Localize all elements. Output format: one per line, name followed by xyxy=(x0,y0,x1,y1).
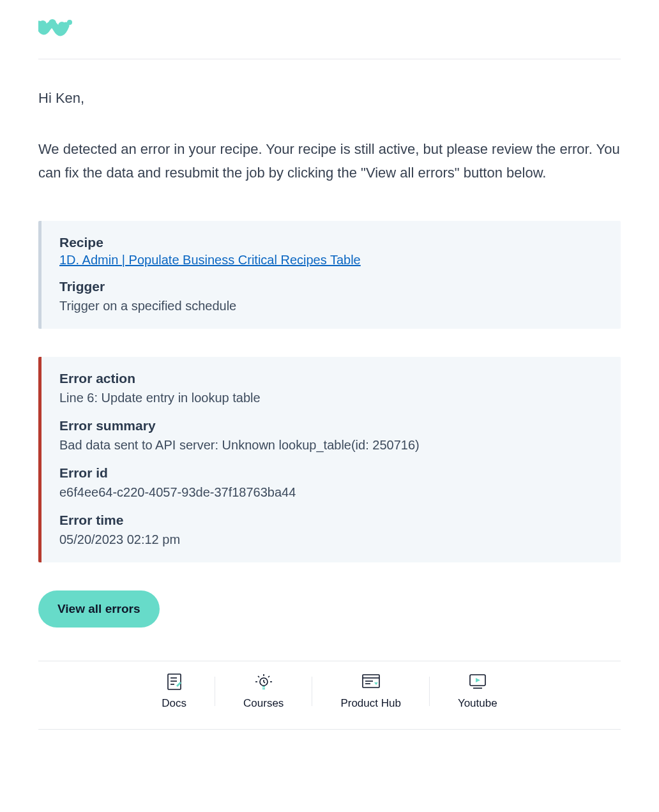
recipe-label: Recipe xyxy=(59,235,603,250)
greeting-text: Hi Ken, xyxy=(38,90,621,107)
error-time-label: Error time xyxy=(59,513,603,528)
error-summary-label: Error summary xyxy=(59,418,603,433)
intro-text: We detected an error in your recipe. You… xyxy=(38,137,621,185)
recipe-info-card: Recipe 1D. Admin | Populate Business Cri… xyxy=(38,221,621,329)
error-action-label: Error action xyxy=(59,371,603,386)
footer-product-hub-label: Product Hub xyxy=(340,697,401,710)
footer-courses-label: Courses xyxy=(243,697,284,710)
footer-divider-top xyxy=(38,661,621,661)
error-id-label: Error id xyxy=(59,465,603,481)
courses-icon xyxy=(254,673,274,691)
error-time-value: 05/20/2023 02:12 pm xyxy=(59,530,603,548)
footer-product-hub-link[interactable]: Product Hub xyxy=(312,673,429,710)
svg-line-13 xyxy=(268,676,269,677)
footer-youtube-label: Youtube xyxy=(458,697,497,710)
error-summary-value: Bad data sent to API server: Unknown loo… xyxy=(59,436,603,454)
error-info-card: Error action Line 6: Update entry in loo… xyxy=(38,357,621,562)
svg-line-12 xyxy=(258,676,259,677)
header-divider xyxy=(38,59,621,59)
youtube-icon xyxy=(468,673,487,691)
footer-youtube-link[interactable]: Youtube xyxy=(430,673,526,710)
error-id-value: e6f4ee64-c220-4057-93de-37f18763ba44 xyxy=(59,483,603,501)
product-hub-icon xyxy=(361,673,381,691)
footer-docs-link[interactable]: Docs xyxy=(133,673,215,710)
recipe-link[interactable]: 1D. Admin | Populate Business Critical R… xyxy=(59,253,361,267)
footer-links: Docs Courses xyxy=(38,673,621,710)
footer-docs-label: Docs xyxy=(162,697,186,710)
svg-rect-4 xyxy=(168,674,181,689)
trigger-value: Trigger on a specified schedule xyxy=(59,297,603,315)
view-all-errors-button[interactable]: View all errors xyxy=(38,590,160,628)
docs-icon xyxy=(166,673,183,691)
brand-logo xyxy=(38,19,621,41)
trigger-label: Trigger xyxy=(59,279,603,294)
footer-courses-link[interactable]: Courses xyxy=(215,673,312,710)
error-action-value: Line 6: Update entry in lookup table xyxy=(59,389,603,407)
